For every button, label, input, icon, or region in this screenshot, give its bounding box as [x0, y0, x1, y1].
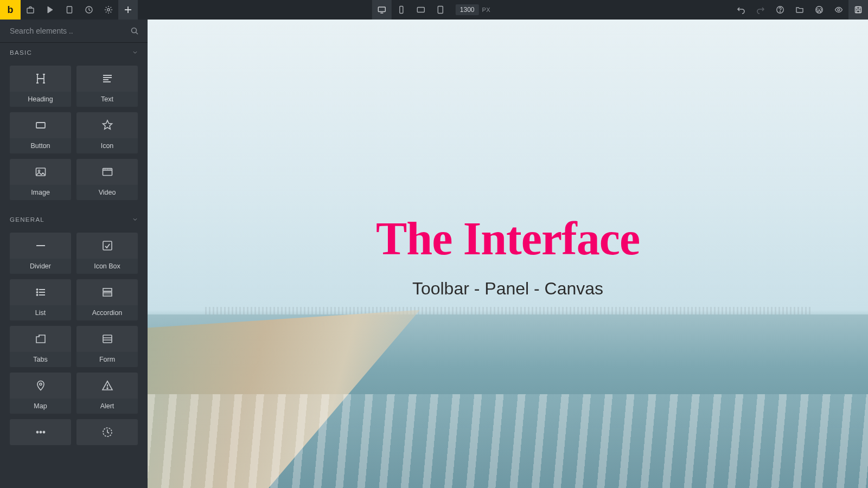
list-icon: [10, 279, 71, 305]
breakpoint-tablet-landscape[interactable]: [411, 0, 431, 20]
breakpoint-phone[interactable]: [392, 0, 411, 20]
element-tile-counter[interactable]: [76, 419, 138, 445]
undo-icon: [737, 5, 745, 14]
folder-icon: [795, 5, 804, 14]
element-tile-text[interactable]: Text: [76, 66, 138, 107]
category-label: GENERAL: [10, 216, 44, 223]
preview-button[interactable]: [829, 0, 848, 20]
element-tile-map[interactable]: Map: [10, 373, 71, 414]
element-tile-accordion[interactable]: Accordion: [76, 279, 138, 320]
element-tile-label: Video: [76, 185, 138, 200]
structure-button[interactable]: [21, 0, 40, 20]
breakpoint-width[interactable]: 1300 PX: [450, 0, 496, 20]
clock-icon: [85, 5, 93, 14]
save-button[interactable]: [848, 0, 868, 20]
hero-subtitle[interactable]: Toolbar - Panel - Canvas: [148, 279, 868, 299]
briefcase-icon: [26, 5, 35, 14]
element-tile-label: Image: [10, 185, 71, 200]
element-tile-video[interactable]: Video: [76, 159, 138, 200]
element-tile-image[interactable]: Image: [10, 159, 71, 200]
toolbar-left: b: [0, 0, 138, 20]
element-tile-form[interactable]: Form: [76, 326, 138, 367]
canvas-bg-cityline: [205, 307, 810, 314]
toolbar-center: 1300 PX: [372, 0, 496, 20]
phone-icon: [397, 5, 406, 14]
history-button[interactable]: [79, 0, 99, 20]
breakpoint-width-unit: PX: [482, 7, 491, 13]
category-header-general[interactable]: GENERAL: [0, 210, 148, 229]
star-icon: [76, 112, 138, 138]
elements-panel: BASIC Heading Text Button Icon Imag: [0, 20, 148, 488]
element-tile-label: Text: [76, 92, 138, 107]
gear-icon: [104, 5, 113, 14]
templates-button[interactable]: [790, 0, 809, 20]
plus-icon: [124, 5, 132, 14]
category-label: BASIC: [10, 49, 32, 56]
element-tile-label: Alert: [76, 399, 138, 414]
canvas-bg-foam: [148, 394, 868, 488]
element-tile-label: List: [10, 305, 71, 320]
chevron-down-icon: [132, 50, 138, 55]
category-header-basic[interactable]: BASIC: [0, 43, 148, 62]
page-icon: [65, 5, 74, 14]
element-tile-divider[interactable]: Divider: [10, 233, 71, 274]
breakpoint-tablet-portrait[interactable]: [431, 0, 450, 20]
text-icon: [76, 66, 138, 92]
logo-letter: b: [8, 5, 14, 15]
element-tile-alert[interactable]: Alert: [76, 373, 138, 414]
tablet-portrait-icon: [436, 5, 445, 14]
eye-icon: [834, 5, 843, 14]
category-tiles-general: Divider Icon Box List Accordion Tabs: [0, 229, 148, 455]
toolbar: b 1300 PX: [0, 0, 868, 20]
search-input[interactable]: [9, 26, 130, 36]
element-tile-list[interactable]: List: [10, 279, 71, 320]
settings-button[interactable]: [99, 0, 118, 20]
element-tile-heading[interactable]: Heading: [10, 66, 71, 107]
add-element-button[interactable]: [118, 0, 138, 20]
element-tile-label: Tabs: [10, 352, 71, 367]
desktop-icon: [378, 5, 386, 14]
redo-icon: [756, 5, 765, 14]
chevron-down-icon: [132, 217, 138, 222]
map-icon: [10, 373, 71, 399]
element-tile-label: Icon: [76, 138, 138, 153]
logo-button[interactable]: b: [0, 0, 21, 20]
element-tile-label: Accordion: [76, 305, 138, 320]
hero-title[interactable]: The Interface: [148, 211, 868, 266]
navigator-button[interactable]: [40, 0, 60, 20]
canvas[interactable]: The Interface Toolbar - Panel - Canvas: [148, 20, 868, 488]
heading-icon: [10, 66, 71, 92]
element-tile-label: Heading: [10, 92, 71, 107]
redo-button[interactable]: [751, 0, 770, 20]
element-tile-icon-box[interactable]: Icon Box: [76, 233, 138, 274]
breakpoint-desktop[interactable]: [372, 0, 392, 20]
iconbox-icon: [76, 233, 138, 259]
element-tile-tabs[interactable]: Tabs: [10, 326, 71, 367]
element-tile-label: Icon Box: [76, 259, 138, 274]
element-tile-label: Button: [10, 138, 71, 153]
category-tiles-basic: Heading Text Button Icon Image: [0, 62, 148, 210]
element-tile-label: Map: [10, 399, 71, 414]
element-tile-more[interactable]: [10, 419, 71, 445]
wordpress-icon: [815, 5, 824, 14]
tablet-landscape-icon: [417, 5, 425, 14]
form-icon: [76, 326, 138, 352]
more-icon: [10, 419, 71, 445]
element-tile-icon[interactable]: Icon: [76, 112, 138, 153]
element-tile-label: Form: [76, 352, 138, 367]
hero-block: The Interface Toolbar - Panel - Canvas: [148, 211, 868, 299]
panel-scroll[interactable]: BASIC Heading Text Button Icon Imag: [0, 43, 148, 488]
element-tile-label: Divider: [10, 259, 71, 274]
help-icon: [776, 5, 784, 14]
toolbar-right: [731, 0, 868, 20]
wordpress-button[interactable]: [809, 0, 829, 20]
button-icon: [10, 112, 71, 138]
undo-button[interactable]: [731, 0, 751, 20]
breakpoint-width-value: 1300: [456, 4, 479, 15]
element-tile-button[interactable]: Button: [10, 112, 71, 153]
pages-button[interactable]: [60, 0, 79, 20]
play-icon: [46, 5, 54, 14]
help-button[interactable]: [770, 0, 790, 20]
accordion-icon: [76, 279, 138, 305]
tabs-icon: [10, 326, 71, 352]
